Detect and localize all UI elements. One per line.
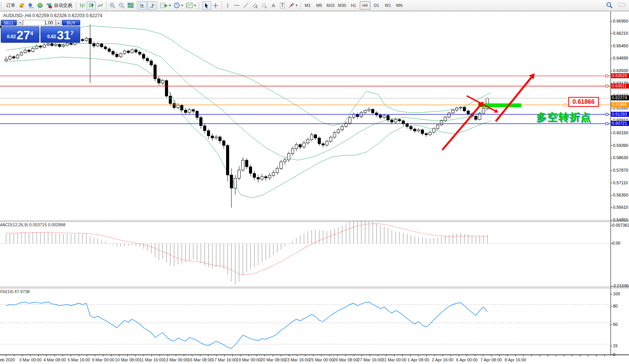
bollinger-middle-band [6,43,491,160]
time-label: 9 Mar 00:00 [92,358,115,362]
price-badge: 0.63011 [611,84,629,89]
price-tick-label: 0.57870 [613,168,628,172]
price-tick-label: 0.54850 [613,217,628,222]
price-tick-label: 0.66210 [613,31,628,35]
time-label: 27 Mar 16:00 [357,358,382,362]
sell-price-big: 27 [16,29,30,41]
buy-price-button[interactable]: 0.62 31 7 [40,26,80,43]
chart-symbol-header: AUDUSD-,H4 0.62259 0.62326 0.62203 0.622… [3,13,102,18]
rsi-tick-label: 100 [613,292,620,296]
candlestick-series [5,25,489,208]
price-badge: 0.61293 [611,112,629,117]
time-label: 2 Apr 16:00 [432,358,453,362]
sell-price-button[interactable]: 0.62 27 4 [1,26,39,43]
line-anchor-handle [606,75,608,77]
time-label: 8 Apr 16:00 [504,358,526,362]
chart-canvas[interactable] [0,0,629,364]
time-label: 31 Mar 00:00 [382,358,407,362]
sell-price-pip: 4 [30,30,33,36]
line-anchor-handle [606,122,608,125]
rsi-line [6,302,487,349]
line-anchor-handle [606,113,608,116]
price-callout-box: 0.61866 [568,97,599,107]
price-tick-label: 0.66950 [613,19,628,23]
volume-increase-button[interactable]: ▲ [56,20,61,26]
price-tick-label: 0.56350 [613,193,628,197]
rsi-tick-label: 0 [613,352,615,357]
trend-arrow [442,106,480,150]
price-tick-label: 0.55610 [613,205,628,209]
macd-tick-label: 0.00 [612,241,620,245]
time-label: 6 Apr 00:00 [456,358,477,362]
mt4-window: 订单 自动交易 [0,0,629,364]
time-label: Feb 2020 [0,358,15,362]
rsi-tick-label: 50 [613,322,618,327]
time-label: 19 Mar 00:00 [236,358,261,362]
rsi-tick-label: 15 [613,343,618,348]
turning-point-annotation: 多空转折点 [536,110,592,124]
volume-decrease-button[interactable]: ▼ [18,20,23,26]
price-tick-label: 0.65450 [613,43,628,48]
line-anchor-handle [606,85,608,87]
buy-price-big: 31 [57,29,71,41]
time-label: 23 Mar 16:00 [285,358,310,362]
price-tick-label: 0.57110 [613,180,628,185]
time-label: 25 Mar 00:00 [309,358,334,362]
price-tick-label: 0.64690 [613,56,628,60]
buy-button[interactable]: BUY [62,20,80,26]
price-badge: 0.62274 [611,95,629,100]
macd-tick-label: 0.007363 [612,223,629,227]
trend-arrow [496,77,531,121]
rsi-tick-label: 80 [613,304,618,308]
macd-indicator-label: MACD(12,26,9) 0.003715 0.002898 [0,222,65,227]
sell-button[interactable]: SELL [1,20,17,26]
time-label: 5 Mar 16:00 [68,358,90,362]
line-anchor-handle [564,104,566,106]
sell-price-prefix: 0.62 [7,34,16,39]
time-label: 3 Mar 00:00 [19,358,42,362]
rsi-indicator-label: RSI(14) 67.6738 [0,289,30,294]
price-badge: 0.61866 [611,102,629,107]
price-badge: 0.63629 [611,73,629,78]
time-label: 1 Apr 08:00 [407,358,429,362]
price-tick-label: 0.63930 [613,68,628,73]
time-label: 7 Apr 08:00 [480,358,502,362]
price-tick-label: 0.59390 [613,143,628,148]
buy-price-pip: 7 [71,30,74,36]
price-tick-label: 0.60150 [613,130,628,135]
time-label: 13 Mar 00:00 [163,358,188,362]
time-label: 17 Mar 16:00 [212,358,237,362]
time-label: 26 Mar 08:00 [333,358,358,362]
macd-tick-label: -0.01696 [612,283,629,288]
price-badge: 0.60721 [611,121,629,126]
time-label: 20 Mar 08:00 [260,358,285,362]
buy-price-prefix: 0.62 [47,34,56,39]
time-label: 10 Mar 08:00 [115,358,140,362]
time-label: 16 Mar 08:00 [188,358,213,362]
time-label: 4 Mar 08:00 [44,358,66,362]
volume-input[interactable] [23,20,56,26]
time-label: 11 Mar 16:00 [139,358,164,362]
price-tick-label: 0.58630 [613,155,628,160]
